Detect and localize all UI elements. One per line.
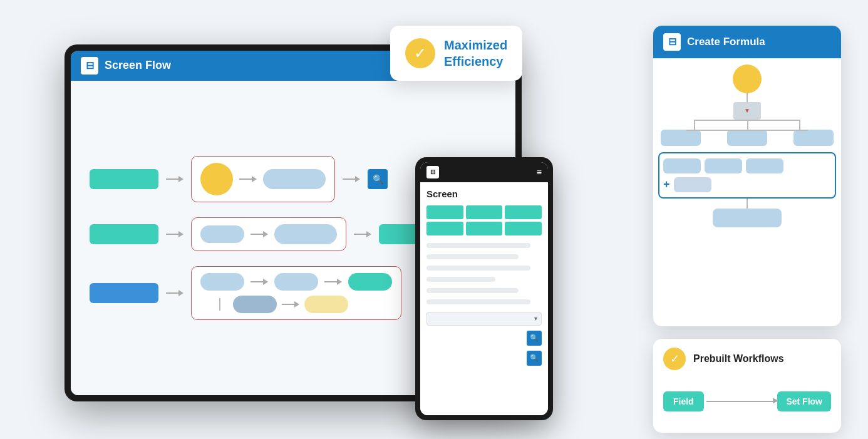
phone-screen-title: Screen <box>426 189 542 199</box>
connector-3b <box>251 279 268 285</box>
phone-search-row-2: 🔍 <box>426 351 542 366</box>
phone-search-btn-1[interactable]: 🔍 <box>527 331 542 346</box>
badge-text: Maximized Efficiency <box>444 37 507 70</box>
phone-device: ⊟ ≡ Screen ▾ <box>415 157 553 420</box>
flow-group-1 <box>191 156 335 202</box>
formula-branch-1 <box>661 130 701 146</box>
formula-diamond-row: ▼ <box>733 102 761 120</box>
formula-header: ⊟ Create Formula <box>653 26 841 58</box>
formula-flow: ▼ <box>653 58 841 234</box>
connector-3c <box>324 279 342 285</box>
tablet-app-icon: ⊟ <box>81 57 98 75</box>
connector-3 <box>166 290 183 296</box>
flow-row3-bottom <box>200 296 348 313</box>
flow-pill-3d <box>233 296 277 313</box>
flow-pill-3c <box>348 273 392 291</box>
phone-line-4 <box>426 277 495 282</box>
formula-selected-row-2: + <box>663 177 831 192</box>
wf-checkmark: ✓ <box>670 352 679 366</box>
formula-leaf-3 <box>793 130 834 146</box>
flow-pill-2a <box>200 225 244 243</box>
wf-arrow <box>706 401 775 402</box>
formula-selected-box: + <box>658 152 836 199</box>
flow-start-bar-3 <box>90 283 158 303</box>
flow-start-bar-1 <box>90 169 158 189</box>
formula-plus-icon[interactable]: + <box>663 178 670 191</box>
phone-line-1 <box>426 243 530 248</box>
wf-field-button[interactable]: Field <box>663 391 704 411</box>
formula-diamond-symbol: ▼ <box>744 107 750 114</box>
workflows-panel: ✓ Prebuilt Workflows Field Set Flow <box>653 339 841 433</box>
phone-grid-cell-6 <box>505 222 542 235</box>
flow-pill-3b <box>274 273 318 291</box>
formula-top-circle <box>733 65 762 93</box>
formula-leaf-1 <box>661 130 701 146</box>
workflows-flow: Field Set Flow <box>653 379 841 433</box>
phone-dropdown-arrow: ▾ <box>534 315 537 322</box>
phone-grid-cell-2 <box>466 205 503 219</box>
formula-box-pill-1 <box>663 158 701 173</box>
phone-grid-cell-3 <box>505 205 542 219</box>
connector-1b <box>239 176 257 182</box>
phone-line-5 <box>426 288 519 293</box>
phone-line-3 <box>426 266 530 271</box>
workflows-header: ✓ Prebuilt Workflows <box>653 339 841 379</box>
formula-final-pill <box>713 209 782 227</box>
phone-grid <box>426 205 542 235</box>
phone-grid-cell-4 <box>426 222 463 235</box>
badge-text-line1: Maximized <box>444 37 507 53</box>
phone-grid-cell-1 <box>426 205 463 219</box>
badge-checkmark: ✓ <box>414 44 426 62</box>
formula-box-pill-2 <box>705 158 742 173</box>
flow-group-2 <box>191 217 346 251</box>
connector-2 <box>166 231 183 237</box>
connector-1 <box>166 176 183 182</box>
phone-dropdown[interactable]: ▾ <box>426 312 542 326</box>
flow-pill-2b <box>274 224 337 244</box>
phone-app-icon: ⊟ <box>426 166 439 178</box>
wf-check-icon: ✓ <box>663 348 686 370</box>
connector-3d <box>282 301 299 307</box>
formula-branches <box>658 130 836 146</box>
flow-pill-3e <box>304 296 348 313</box>
phone-search-btn-2[interactable]: 🔍 <box>527 351 542 366</box>
wf-setflow-button[interactable]: Set Flow <box>777 391 831 411</box>
formula-leaf-2 <box>727 130 767 146</box>
formula-selected-row-1 <box>663 158 831 173</box>
formula-diamond: ▼ <box>733 102 761 120</box>
connector-1c <box>343 176 360 182</box>
phone-grid-cell-5 <box>466 222 503 235</box>
flow-row3-top <box>200 273 392 291</box>
scene: ⊟ Screen Flow <box>27 13 841 426</box>
phone-header: ⊟ ≡ <box>420 162 548 182</box>
connector-2b <box>251 231 268 237</box>
phone-menu-icon: ≡ <box>537 167 542 177</box>
flow-circle-1 <box>200 163 233 195</box>
badge-check-icon: ✓ <box>405 38 435 68</box>
phone-body: Screen ▾ 🔍 <box>420 182 548 415</box>
formula-panel: ⊟ Create Formula ▼ <box>653 26 841 326</box>
flow-start-bar-2 <box>90 224 158 244</box>
flow-pill-3a <box>200 273 244 291</box>
flow-pill-1 <box>263 169 326 189</box>
formula-branch-lines <box>658 120 836 130</box>
formula-title: Create Formula <box>687 36 765 48</box>
formula-branch-3 <box>793 130 834 146</box>
phone-line-2 <box>426 254 519 259</box>
tablet-title: Screen Flow <box>105 59 171 72</box>
flow-search-btn-1[interactable]: 🔍 <box>368 169 388 189</box>
flow-group-3 <box>191 266 401 320</box>
formula-branch-2 <box>727 130 767 146</box>
phone-search-row-1: 🔍 <box>426 331 542 346</box>
wf-title: Prebuilt Workflows <box>693 353 784 364</box>
badge-popup: ✓ Maximized Efficiency <box>390 26 522 81</box>
connector-2c <box>354 231 371 237</box>
formula-add-pill <box>674 177 711 192</box>
badge-text-line2: Efficiency <box>444 53 507 70</box>
formula-connector-1 <box>747 93 748 102</box>
formula-final-connector <box>747 199 748 209</box>
formula-box-pill-3 <box>746 158 783 173</box>
phone-line-6 <box>426 299 530 304</box>
formula-app-icon: ⊟ <box>663 33 681 51</box>
